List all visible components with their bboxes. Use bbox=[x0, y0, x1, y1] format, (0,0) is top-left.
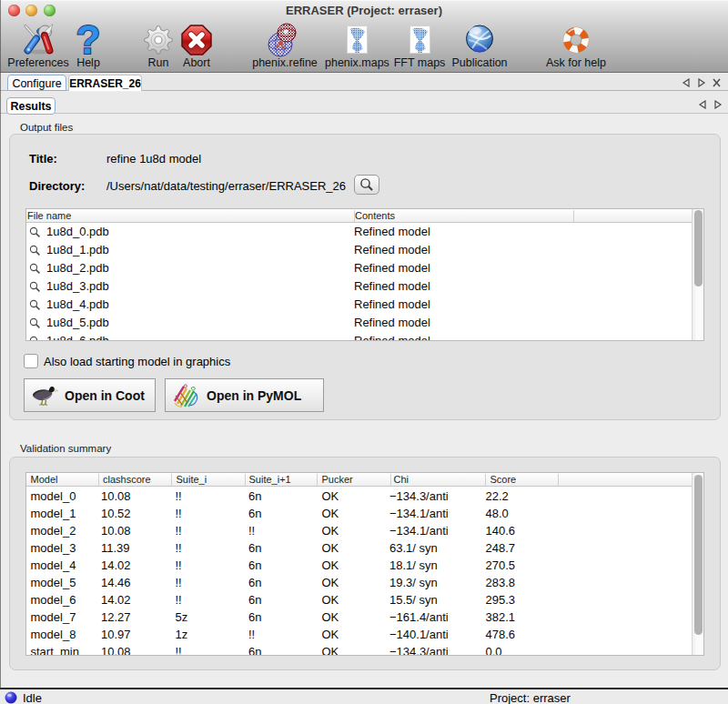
svg-text:?: ? bbox=[76, 24, 101, 55]
